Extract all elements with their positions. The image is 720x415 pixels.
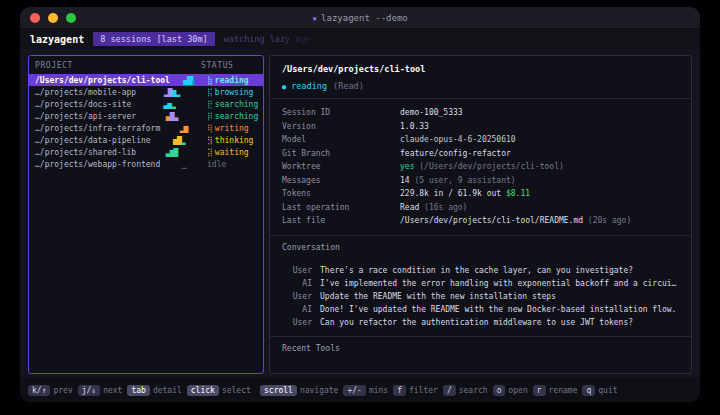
keybinding-mins[interactable]: +/-mins: [343, 385, 388, 396]
keybinding-rename[interactable]: rrename: [533, 385, 578, 396]
key-badge: j/↓: [78, 385, 100, 396]
project-status: ⣷reading: [207, 76, 263, 85]
activity-sparkline: ▃▆█: [136, 148, 207, 157]
keybinding-search[interactable]: /search: [443, 385, 488, 396]
activity-sparkline: ▄█▃: [136, 112, 207, 121]
field-value: 14 (5 user, 9 assistant): [400, 174, 516, 188]
conversation-message: AIDone! I've updated the README with the…: [282, 303, 679, 316]
session-field: Worktreeyes (/Users/dev/projects/cli-too…: [282, 160, 679, 174]
status-spinner-icon: ⡿: [207, 112, 213, 121]
session-field: Git Branchfeature/config-refactor: [282, 147, 679, 161]
field-value: yes (/Users/dev/projects/cli-tool): [400, 160, 564, 174]
session-fields: Session IDdemo-100_5333Version1.0.33Mode…: [282, 106, 679, 228]
window-title: ▪lazyagent --demo: [20, 13, 700, 23]
key-badge: click: [187, 385, 219, 396]
field-label: Model: [282, 133, 400, 147]
keybinding-detail[interactable]: tabdetail: [127, 385, 181, 396]
activity-sparkline: ▅█▂: [151, 136, 207, 145]
detail-status-line: ●reading(Read): [282, 81, 679, 91]
conversation-message: UserUpdate the README with the new insta…: [282, 290, 679, 303]
keybinding-open[interactable]: oopen: [493, 385, 528, 396]
app-header: lazyagent 8 sessions [last 30m] watching…: [20, 29, 700, 49]
project-name: …/projects/api-server: [35, 112, 136, 121]
field-label: Messages: [282, 174, 400, 188]
desktop: ▪lazyagent --demo lazyagent 8 sessions […: [0, 0, 720, 415]
keybar-right-group: scrollnavigate+/-minsffilter/searchoopen…: [260, 385, 623, 396]
status-dot-icon: ●: [282, 83, 286, 91]
detail-status: reading: [291, 81, 327, 91]
activity-sparkline: ▂▆: [160, 124, 207, 133]
message-role: AI: [282, 277, 312, 290]
tagline: watching lazy agents: [224, 34, 326, 44]
key-action-label: navigate: [300, 386, 339, 395]
session-field: Messages14 (5 user, 9 assistant): [282, 174, 679, 188]
column-project: PROJECT: [35, 61, 201, 70]
keybinding-next[interactable]: j/↓next: [78, 385, 123, 396]
message-text: There's a race condition in the cache la…: [320, 264, 633, 277]
field-label: Last operation: [282, 201, 400, 215]
field-label: Version: [282, 120, 400, 134]
project-status: ⣻thinking: [207, 136, 263, 145]
minimize-window-button[interactable]: [48, 13, 58, 23]
status-spinner-icon: ⣯: [207, 88, 213, 97]
key-action-label: next: [103, 386, 122, 395]
message-role: User: [282, 290, 312, 303]
status-spinner-icon: ⢿: [207, 124, 213, 133]
titlebar: ▪lazyagent --demo: [20, 7, 700, 29]
keybinding-navigate[interactable]: scrollnavigate: [260, 385, 338, 396]
session-field: Modelclaude-opus-4-6-20250610: [282, 133, 679, 147]
key-action-label: rename: [549, 386, 578, 395]
message-role: AI: [282, 303, 312, 316]
keybinding-filter[interactable]: ffilter: [393, 385, 438, 396]
message-text: Can you refactor the authentication midd…: [320, 316, 633, 329]
terminal-icon: ▪: [312, 14, 317, 23]
project-status: ⣽waiting: [207, 148, 263, 157]
message-role: User: [282, 264, 312, 277]
project-name: …/projects/shared-lib: [35, 148, 136, 157]
activity-sparkline: ▃▅▂: [131, 100, 207, 109]
project-status: ⣟searching: [207, 100, 263, 109]
field-label: Tokens: [282, 187, 400, 201]
message-text: I've implemented the error handling with…: [320, 277, 679, 290]
field-value: 1.0.33: [400, 120, 429, 134]
session-field: Session IDdemo-100_5333: [282, 106, 679, 120]
keybar-left-group: k/↑prevj/↓nexttabdetailclickselect: [28, 385, 260, 396]
keybinding-quit[interactable]: qquit: [582, 385, 617, 396]
project-status: ⣯browsing: [207, 88, 263, 97]
zoom-window-button[interactable]: [66, 13, 76, 23]
conversation-list: UserThere's a race condition in the cach…: [282, 264, 679, 329]
detail-status-note: (Read): [333, 81, 364, 91]
app-name: lazyagent: [30, 34, 84, 45]
field-value: claude-opus-4-6-20250610: [400, 133, 516, 147]
project-row[interactable]: …/projects/data-pipeline▅█▂⣻thinking: [29, 134, 263, 146]
key-badge: +/-: [343, 385, 365, 396]
field-value: 229.8k in / 61.9k out $8.11: [400, 187, 530, 201]
project-name: …/projects/mobile-app: [35, 88, 136, 97]
project-row[interactable]: …/projects/api-server▄█▃⡿searching: [29, 110, 263, 122]
window-title-text: lazyagent --demo: [321, 13, 408, 23]
project-row[interactable]: …/projects/infra-terraform▂▆⢿writing: [29, 122, 263, 134]
divider: [270, 235, 691, 236]
project-status: ⢿writing: [207, 124, 263, 133]
keybinding-prev[interactable]: k/↑prev: [28, 385, 73, 396]
field-value: /Users/dev/projects/cli-tool/README.md (…: [400, 214, 631, 228]
field-value: feature/config-refactor: [400, 147, 511, 161]
project-row[interactable]: /Users/dev/projects/cli-tool▗▟█▖⣷reading: [29, 74, 263, 86]
key-action-label: prev: [53, 386, 72, 395]
key-badge: q: [582, 385, 595, 396]
activity-sparkline: ▗▟█▖: [170, 76, 207, 85]
key-action-label: select: [222, 386, 251, 395]
message-role: User: [282, 316, 312, 329]
project-row[interactable]: …/projects/docs-site▃▅▂⣟searching: [29, 98, 263, 110]
keybinding-select[interactable]: clickselect: [187, 385, 251, 396]
status-spinner-icon: ⣻: [207, 136, 213, 145]
project-row[interactable]: …/projects/shared-lib▃▆█⣽waiting: [29, 146, 263, 158]
project-row[interactable]: …/projects/webapp-frontend▁idle: [29, 158, 263, 170]
close-window-button[interactable]: [30, 13, 40, 23]
field-label: Worktree: [282, 160, 400, 174]
key-action-label: search: [459, 386, 488, 395]
message-text: Done! I've updated the README with the n…: [320, 303, 676, 316]
divider: [270, 336, 691, 337]
keybar: k/↑prevj/↓nexttabdetailclickselect scrol…: [20, 378, 700, 402]
project-row[interactable]: …/projects/mobile-app▂█▆▂⣯browsing: [29, 86, 263, 98]
